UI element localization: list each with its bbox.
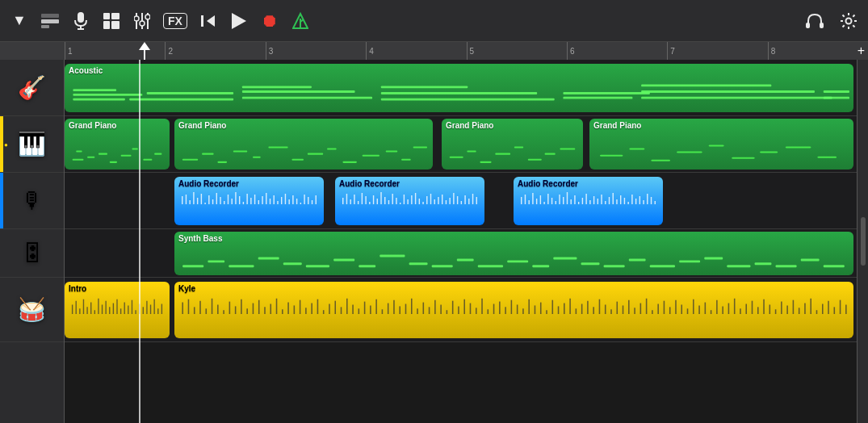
add-track-button[interactable]: +: [858, 44, 865, 58]
svg-rect-83: [786, 146, 811, 148]
track-audio-recorder: Audio Recorder: [65, 173, 857, 229]
svg-rect-207: [532, 265, 549, 267]
grid-icon[interactable]: [102, 13, 121, 29]
svg-rect-61: [308, 153, 323, 155]
fx-button[interactable]: FX: [163, 13, 187, 29]
settings-icon[interactable]: [839, 12, 858, 30]
track-header-acoustic[interactable]: 🎸: [0, 60, 64, 116]
svg-rect-28: [73, 94, 142, 96]
svg-rect-50: [121, 155, 132, 157]
track-piano: Grand Piano: [65, 116, 857, 173]
timeline-ruler[interactable]: 1 2 3 4 5 6 7 8 +: [0, 42, 868, 60]
ruler-mark-4: 4: [366, 42, 466, 60]
clip-grand-piano-4-label: Grand Piano: [593, 121, 849, 130]
svg-rect-48: [76, 151, 82, 153]
clip-grand-piano-1[interactable]: Grand Piano: [65, 119, 170, 170]
svg-rect-81: [732, 157, 755, 159]
svg-rect-73: [528, 159, 542, 161]
clip-grand-piano-1-label: Grand Piano: [69, 121, 166, 130]
clip-grand-piano-2[interactable]: Grand Piano: [174, 119, 433, 170]
svg-rect-76: [600, 155, 623, 157]
svg-rect-64: [363, 155, 379, 157]
clip-synth-bass-label: Synth Bass: [178, 234, 849, 243]
svg-rect-200: [359, 265, 375, 267]
clip-grand-piano-3[interactable]: Grand Piano: [442, 119, 583, 170]
dropdown-arrow-icon[interactable]: ▼: [10, 12, 29, 29]
clip-kyle[interactable]: Kyle: [174, 282, 853, 338]
skip-back-icon[interactable]: [199, 14, 218, 28]
svg-rect-210: [604, 265, 625, 267]
svg-rect-215: [727, 265, 750, 267]
clip-intro[interactable]: Intro: [65, 282, 170, 338]
tracks-view-icon[interactable]: [40, 14, 60, 28]
svg-rect-34: [242, 86, 312, 88]
clip-audio-recorder-2[interactable]: Audio Recorder: [335, 177, 484, 225]
clip-audio-recorder-1[interactable]: Audio Recorder: [174, 177, 324, 225]
svg-rect-59: [268, 146, 287, 148]
svg-rect-62: [327, 148, 337, 149]
svg-rect-30: [129, 98, 233, 101]
piano-track-indicator: [0, 116, 3, 172]
mixer-icon[interactable]: [132, 13, 152, 29]
svg-point-13: [134, 16, 139, 21]
clip-acoustic[interactable]: Acoustic: [65, 64, 853, 112]
clip-audio-3-label: Audio Recorder: [518, 179, 659, 188]
svg-rect-66: [401, 159, 411, 161]
svg-rect-38: [563, 97, 632, 99]
play-icon[interactable]: [229, 13, 249, 29]
svg-marker-16: [207, 15, 215, 27]
svg-rect-29: [73, 89, 116, 91]
record-icon[interactable]: ⏺: [260, 10, 279, 31]
clip-audio-recorder-3[interactable]: Audio Recorder: [514, 177, 663, 225]
svg-rect-27: [73, 98, 124, 101]
ruler-mark-1: 1: [65, 42, 165, 60]
svg-rect-47: [99, 153, 107, 155]
svg-rect-43: [824, 97, 849, 99]
svg-rect-203: [432, 265, 453, 267]
svg-rect-32: [242, 97, 372, 99]
piano-midi-4: [593, 130, 849, 167]
svg-rect-79: [677, 152, 702, 153]
acoustic-midi-notes: [69, 75, 849, 110]
svg-rect-23: [820, 23, 824, 28]
svg-rect-49: [110, 161, 117, 163]
track-header-drums[interactable]: 🥁: [0, 278, 64, 342]
clip-audio-1-label: Audio Recorder: [178, 179, 320, 188]
microphone-icon[interactable]: [71, 12, 90, 30]
svg-rect-46: [87, 157, 94, 158]
ruler-mark-8: 8: [768, 42, 868, 60]
ruler-mark-3: 3: [266, 42, 366, 60]
track-acoustic: Acoustic: [65, 60, 857, 116]
microphone-track-icon: 🎙: [21, 187, 44, 214]
svg-rect-216: [755, 262, 772, 265]
track-header-synth[interactable]: 🎛: [0, 229, 64, 278]
clip-intro-label: Intro: [69, 284, 166, 293]
svg-rect-41: [641, 90, 815, 93]
svg-rect-58: [253, 157, 261, 158]
track-drums: Intro: [65, 278, 857, 342]
track-synth-bass: Synth Bass: [65, 229, 857, 278]
drums-waveform-intro: [69, 293, 166, 336]
svg-rect-68: [450, 157, 463, 158]
metronome-icon[interactable]: [291, 12, 310, 30]
ruler-mark-2: 2: [165, 42, 265, 60]
clip-synth-bass[interactable]: Synth Bass: [174, 232, 853, 275]
piano-midi-2: [178, 130, 429, 167]
svg-rect-202: [409, 262, 428, 265]
svg-rect-209: [581, 262, 600, 265]
svg-rect-193: [182, 265, 203, 267]
track-header-audio[interactable]: 🎙: [0, 173, 64, 229]
acoustic-guitar-icon: 🎸: [18, 74, 46, 101]
audio-waveform-1: [178, 188, 320, 220]
svg-rect-195: [229, 265, 254, 267]
svg-rect-37: [381, 86, 468, 88]
svg-rect-80: [709, 144, 724, 146]
clip-grand-piano-4[interactable]: Grand Piano: [589, 119, 853, 170]
piano-icon: 🎹: [18, 131, 46, 157]
main-content: 🎸 🎹 ● 🎙 🎛 🥁: [0, 60, 868, 423]
track-header-piano[interactable]: 🎹 ●: [0, 116, 64, 173]
svg-rect-70: [480, 161, 491, 163]
svg-point-15: [145, 15, 150, 19]
headphones-icon[interactable]: [805, 13, 824, 29]
drums-waveform-kyle: [178, 293, 849, 336]
